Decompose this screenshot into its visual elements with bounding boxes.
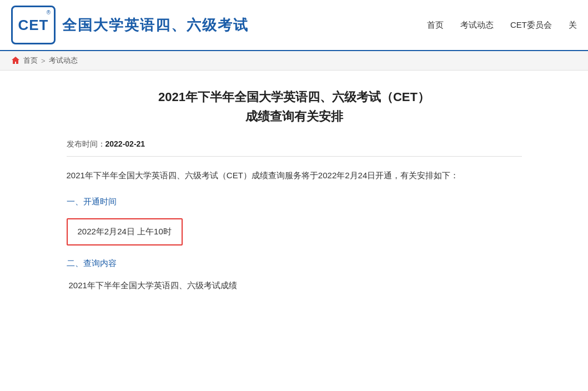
section1-heading: 一、开通时间 [67,194,522,210]
publish-date: 2022-02-21 [105,139,145,148]
home-icon [11,56,20,65]
breadcrumb-home-link[interactable]: 首页 [23,56,38,66]
logo-box: ® CET [11,6,56,44]
nav-item-more[interactable]: 关 [569,20,577,31]
article-intro: 2021年下半年全国大学英语四、六级考试（CET）成绩查询服务将于2022年2月… [67,168,522,184]
breadcrumb: 首页 > 考试动态 [0,51,588,71]
logo-area: ® CET 全国大学英语四、六级考试 [11,6,249,44]
main-content: 2021年下半年全国大学英语四、六级考试（CET） 成绩查询有关安排 发布时间：… [44,71,544,317]
site-title: 全国大学英语四、六级考试 [62,16,249,35]
publish-prefix: 发布时间： [67,139,105,148]
publish-info: 发布时间：2022-02-21 [67,139,522,157]
article-body: 2021年下半年全国大学英语四、六级考试（CET）成绩查询服务将于2022年2月… [67,168,522,294]
section2-heading: 二、查询内容 [67,255,522,272]
nav-item-news[interactable]: 考试动态 [460,20,494,31]
breadcrumb-separator: > [41,57,46,65]
article-title-line1: 2021年下半年全国大学英语四、六级考试（CET） [158,90,430,104]
section2-content: 2021年下半年全国大学英语四、六级考试成绩 [67,278,522,294]
site-header: ® CET 全国大学英语四、六级考试 首页 考试动态 CET委员会 关 [0,0,588,51]
highlight-date-box: 2022年2月24日 上午10时 [67,218,183,245]
nav-item-home[interactable]: 首页 [427,20,444,31]
breadcrumb-current: 考试动态 [49,56,78,66]
main-nav: 首页 考试动态 CET委员会 关 [427,20,577,31]
article-title: 2021年下半年全国大学英语四、六级考试（CET） 成绩查询有关安排 [67,87,522,126]
article-title-line2: 成绩查询有关安排 [245,109,343,123]
nav-item-committee[interactable]: CET委员会 [510,20,552,31]
logo-registered-mark: ® [47,9,51,16]
logo-text: CET [18,17,49,34]
